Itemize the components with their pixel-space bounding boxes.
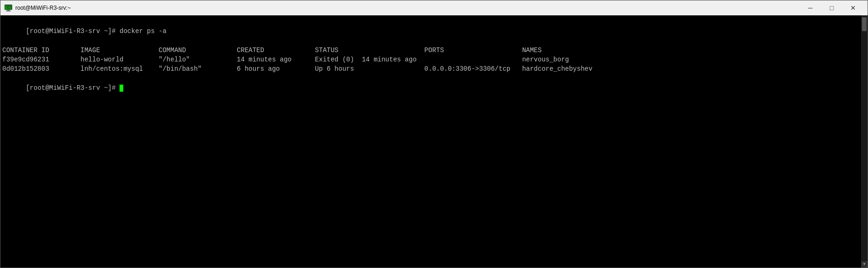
- terminal-window: C:\ root@MiWiFi-R3-srv:~ ─ □ ✕ [root@MiW…: [0, 0, 868, 268]
- maximize-button[interactable]: □: [821, 0, 842, 15]
- cursor: [120, 85, 123, 92]
- svg-text:C:\: C:\: [5, 6, 11, 10]
- scrollbar[interactable]: ▼: [861, 15, 868, 268]
- header-text: CONTAINER ID IMAGE COMMAND CREATED STATU…: [2, 47, 541, 54]
- scrollbar-thumb[interactable]: [862, 17, 867, 31]
- scrollbar-arrow-down[interactable]: ▼: [861, 261, 868, 268]
- titlebar-left: C:\ root@MiWiFi-R3-srv:~: [4, 4, 71, 12]
- titlebar-title: root@MiWiFi-R3-srv:~: [15, 5, 71, 11]
- titlebar: C:\ root@MiWiFi-R3-srv:~ ─ □ ✕: [0, 0, 868, 15]
- table-row: 0d012b152803 lnh/centos:mysql "/bin/bash…: [2, 64, 866, 74]
- prompt-line-2: [root@MiWiFi-R3-srv ~]#: [2, 74, 866, 102]
- row2-text: 0d012b152803 lnh/centos:mysql "/bin/bash…: [2, 65, 593, 73]
- command-text: docker ps -a: [120, 27, 167, 35]
- table-header: CONTAINER ID IMAGE COMMAND CREATED STATU…: [2, 46, 866, 55]
- terminal-icon: C:\: [4, 4, 13, 12]
- svg-rect-1: [7, 10, 10, 11]
- terminal-content[interactable]: [root@MiWiFi-R3-srv ~]# docker ps -a CON…: [0, 15, 868, 268]
- prompt-1: [root@MiWiFi-R3-srv ~]#: [26, 27, 120, 35]
- row1-text: f39e9cd96231 hello-world "/hello" 14 min…: [2, 56, 569, 63]
- prompt-2-text: [root@MiWiFi-R3-srv ~]#: [26, 84, 120, 92]
- minimize-button[interactable]: ─: [800, 0, 821, 15]
- command-line: [root@MiWiFi-R3-srv ~]# docker ps -a: [2, 17, 866, 46]
- close-button[interactable]: ✕: [842, 0, 864, 15]
- svg-rect-2: [6, 11, 11, 12]
- table-row: f39e9cd96231 hello-world "/hello" 14 min…: [2, 55, 866, 64]
- titlebar-controls: ─ □ ✕: [800, 0, 864, 15]
